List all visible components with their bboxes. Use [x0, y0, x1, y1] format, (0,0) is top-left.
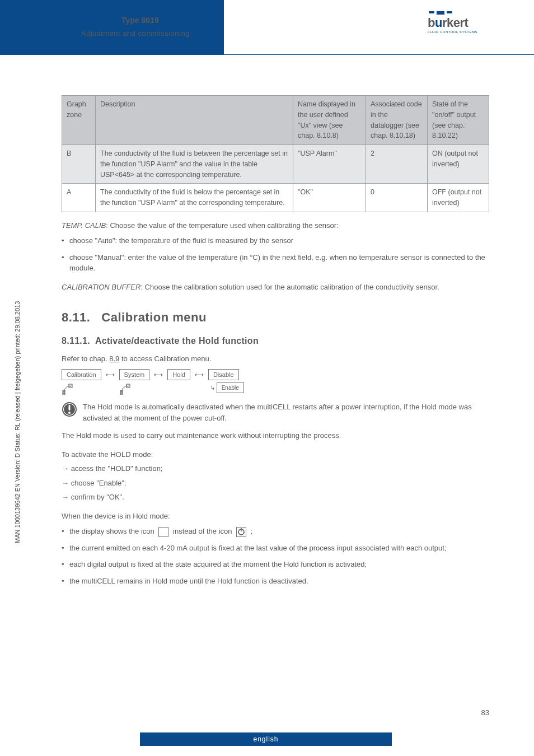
crumb-enable: Enable: [217, 382, 244, 393]
subsection-heading: 8.11.1. Activate/deactivate the Hold fun…: [62, 334, 489, 348]
warning-icon: [62, 402, 77, 421]
th-name: Name displayed in the user defined "Ux" …: [293, 96, 366, 145]
run-icon: [236, 527, 246, 537]
th-desc: Description: [96, 96, 293, 145]
th-zone: Graph zone: [62, 96, 96, 145]
crumb-system: System: [119, 369, 150, 381]
list-item: the multiCELL remains in Hold mode until…: [62, 576, 489, 587]
logo-text: burkert: [428, 16, 489, 30]
arrow-icon: ⟷: [149, 369, 167, 380]
cell-code: 2: [366, 145, 428, 184]
th-state: State of the "on/off" output (see chap. …: [428, 96, 489, 145]
activate-label: To activate the HOLD mode:: [62, 449, 489, 460]
list-item: choose "Manual": enter the value of the …: [62, 252, 489, 274]
cell-desc: The conductivity of the fluid is below t…: [96, 184, 293, 212]
svg-rect-8: [120, 392, 123, 393]
step-3: confirm by "OK".: [62, 492, 489, 503]
cell-name: "OK": [293, 184, 366, 212]
svg-rect-9: [120, 394, 123, 395]
svg-rect-3: [63, 392, 65, 393]
list-item: each digital output is fixed at the stat…: [62, 559, 489, 570]
calib-buffer: CALIBRATION BUFFER: Choose the calibrati…: [62, 282, 489, 293]
th-code: Associated code in the datalogger (see c…: [366, 96, 428, 145]
brand-logo: burkert FLUID CONTROL SYSTEMS: [428, 11, 489, 34]
step-1: access the "HOLD" function;: [62, 463, 489, 474]
note-box: The Hold mode is automatically deactivat…: [62, 402, 489, 423]
cell-code: 0: [366, 184, 428, 212]
logo-bars-icon: [429, 11, 489, 15]
table-row: B The conductivity of the fluid is betwe…: [62, 145, 489, 184]
table-header-row: Graph zone Description Name displayed in…: [62, 96, 489, 145]
vertical-meta: MAN 1000139642 EN Version: D Status: RL …: [14, 301, 21, 543]
arrow-icon: ⟷: [190, 369, 208, 380]
svg-text:?: ?: [128, 384, 129, 388]
cell-state: ON (output not inverted): [428, 145, 489, 184]
table-row: A The conductivity of the fluid is below…: [62, 184, 489, 212]
crumb-calibration: Calibration: [62, 369, 101, 381]
holdmode-list: the display shows the icon instead of th…: [62, 526, 489, 586]
crumb-disable: Disable: [208, 369, 239, 381]
cell-desc: The conductivity of the fluid is between…: [96, 145, 293, 184]
svg-rect-13: [69, 405, 71, 410]
arrow-icon: ⟷: [101, 369, 119, 380]
step-2: choose "Enable";: [62, 478, 489, 489]
cell-state: OFF (output not inverted): [428, 184, 489, 212]
cell-zone: B: [62, 145, 96, 184]
hold-icon: [158, 527, 168, 537]
note-text: The Hold mode is automatically deactivat…: [83, 402, 489, 423]
nav-wheel-icon: ?: [62, 384, 74, 395]
cell-zone: A: [62, 184, 96, 212]
hold-intro: The Hold mode is used to carry out maint…: [62, 430, 489, 441]
refer-text: Refer to chap. 8.9 to access Calibration…: [62, 353, 489, 365]
list-item: choose "Auto": the temperature of the fl…: [62, 235, 489, 246]
crumb-hold: Hold: [167, 369, 190, 381]
svg-point-14: [68, 412, 71, 414]
logo-subtext: FLUID CONTROL SYSTEMS: [428, 30, 489, 34]
main-content: Graph zone Description Name displayed in…: [62, 95, 489, 592]
page-number: 83: [481, 708, 489, 717]
list-item: the display shows the icon instead of th…: [62, 526, 489, 537]
nav-wheel-icon: ?: [119, 384, 132, 395]
doc-subtitle: Adjustment and commissioning: [81, 29, 190, 38]
doc-type: Type 8619: [121, 16, 159, 25]
breadcrumb: Calibration ? ⟷ System ? ⟷ Hold ⟷ Disabl…: [62, 369, 489, 395]
tempcalib-intro: TEMP. CALIB: TEMP. CALIB: Choose the val…: [62, 220, 489, 231]
header-blue-box: [0, 0, 224, 55]
section-heading: 8.11. Calibration menu: [62, 308, 489, 326]
svg-text:?: ?: [70, 384, 72, 388]
when-label: When the device is in Hold mode:: [62, 511, 489, 522]
footer-language: english: [140, 732, 392, 746]
cell-name: "USP Alarm": [293, 145, 366, 184]
list-item: the current emitted on each 4-20 mA outp…: [62, 543, 489, 554]
usp-table: Graph zone Description Name displayed in…: [62, 95, 489, 212]
svg-rect-4: [63, 394, 65, 395]
tempcalib-list: choose "Auto": the temperature of the fl…: [62, 235, 489, 274]
